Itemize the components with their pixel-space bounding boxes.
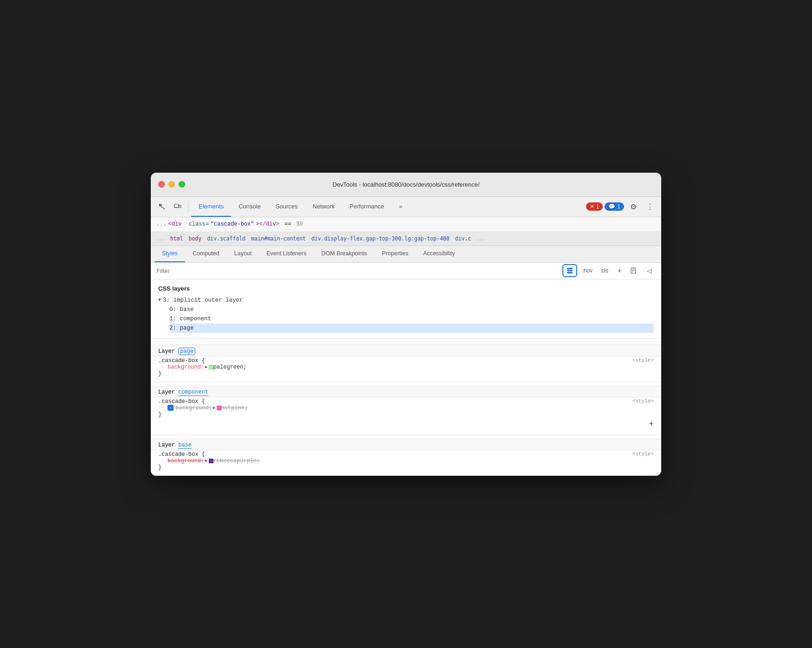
source-link-component[interactable]: <style> bbox=[632, 398, 654, 404]
cls-button[interactable]: .cls bbox=[597, 266, 611, 275]
info-badge[interactable]: 💬 1 bbox=[605, 202, 624, 211]
layer-implicit-outer[interactable]: ▼ 3: implicit outer layer bbox=[158, 296, 654, 305]
window-title: DevTools - localhost:8080/docs/devtools/… bbox=[332, 181, 479, 188]
tab-properties[interactable]: Properties bbox=[374, 246, 416, 262]
arrow-icon: ▶ bbox=[205, 364, 207, 369]
toggle-sidebar-button[interactable]: ◁ bbox=[643, 264, 656, 277]
tab-elements[interactable]: Elements bbox=[191, 196, 231, 217]
layer-component[interactable]: 1: component bbox=[169, 314, 654, 324]
tab-computed[interactable]: Computed bbox=[185, 246, 227, 262]
settings-icon[interactable]: ⚙ bbox=[626, 199, 641, 214]
dom-bc-flex[interactable]: div.display-flex.gap-top-300.lg:gap-top-… bbox=[310, 235, 451, 242]
device-toolbar-icon[interactable] bbox=[170, 199, 185, 214]
tab-event-listeners[interactable]: Event Listeners bbox=[259, 246, 314, 262]
tab-more[interactable]: » bbox=[392, 196, 410, 217]
bc-close-tag: ></div> bbox=[256, 221, 279, 227]
dom-bc-main[interactable]: main#main-content bbox=[250, 235, 307, 242]
hov-button[interactable]: :hov bbox=[579, 266, 595, 275]
color-swatch-hotpink[interactable] bbox=[217, 406, 221, 410]
layer-tree: ▼ 3: implicit outer layer 0: base 1: com… bbox=[151, 296, 661, 337]
bc-dollar-ref: $0 bbox=[296, 221, 303, 227]
panel-tabs: Styles Computed Layout Event Listeners D… bbox=[151, 246, 661, 263]
css-prop-background-component: background: bbox=[175, 405, 212, 411]
section-layer-page: Layer page <style> .cascade-box { backgr… bbox=[151, 341, 661, 382]
maximize-button[interactable] bbox=[179, 181, 185, 188]
tab-styles[interactable]: Styles bbox=[155, 246, 185, 262]
dom-dots: ... bbox=[156, 235, 166, 242]
bc-attr-value: "cascade-box" bbox=[211, 221, 254, 227]
element-breadcrumb: ... <div class="cascade-box" ></div> == … bbox=[151, 217, 661, 232]
tab-dom-breakpoints[interactable]: DOM Breakpoints bbox=[314, 246, 374, 262]
error-icon: ✕ bbox=[590, 203, 594, 210]
add-property-button[interactable]: + bbox=[649, 420, 654, 429]
tab-layout[interactable]: Layout bbox=[227, 246, 259, 262]
layer-base-label-text: Layer bbox=[158, 442, 178, 448]
layer-page-link[interactable]: page bbox=[178, 348, 195, 355]
svg-rect-1 bbox=[179, 205, 181, 207]
layer-component-header: Layer component bbox=[151, 386, 661, 397]
info-icon: 💬 bbox=[608, 203, 615, 210]
filter-bar: :hov .cls + ◁ bbox=[151, 263, 661, 279]
css-value-palegreen: palegreen; bbox=[213, 364, 247, 370]
layer-page[interactable]: 2: page bbox=[169, 324, 654, 333]
css-value-rebeccapurple: rebeccapurple; bbox=[213, 458, 260, 464]
error-count: 1 bbox=[596, 203, 599, 210]
close-button[interactable] bbox=[158, 181, 165, 188]
color-swatch-rebeccapurple[interactable] bbox=[209, 459, 213, 463]
svg-rect-5 bbox=[567, 272, 573, 273]
layer-base[interactable]: 0: base bbox=[169, 305, 654, 314]
css-selector-component: .cascade-box { bbox=[158, 398, 205, 405]
styles-panel: CSS layers ▼ 3: implicit outer layer 0: … bbox=[151, 279, 661, 476]
dom-path: ... html body div.scaffold main#main-con… bbox=[151, 232, 661, 246]
dom-bc-div[interactable]: div.c bbox=[454, 235, 473, 242]
minimize-button[interactable] bbox=[168, 181, 175, 188]
source-link-page[interactable]: <style> bbox=[632, 357, 654, 363]
section-divider bbox=[151, 338, 661, 339]
css-rule-base: <style> .cascade-box { background: ▶ reb… bbox=[151, 450, 661, 472]
main-tabs: Elements Console Sources Network Perform… bbox=[191, 196, 585, 217]
css-prop-background-page: background: bbox=[168, 364, 204, 370]
css-rule-page: <style> .cascade-box { background: ▶ pal… bbox=[151, 356, 661, 378]
dom-bc-html[interactable]: html bbox=[169, 235, 185, 242]
more-options-icon[interactable]: ⋮ bbox=[643, 199, 657, 214]
layer-base-link[interactable]: base bbox=[178, 442, 192, 449]
layers-filter-button[interactable] bbox=[562, 264, 577, 277]
layer-toggle-icon: ▼ bbox=[158, 298, 161, 303]
filter-actions: :hov .cls + ◁ bbox=[562, 264, 656, 277]
inspect-element-icon[interactable] bbox=[155, 199, 169, 214]
error-badge[interactable]: ✕ 1 bbox=[586, 202, 603, 211]
filter-input[interactable] bbox=[156, 267, 559, 274]
source-link-base[interactable]: <style> bbox=[632, 451, 654, 457]
bc-attr-name: class= bbox=[189, 221, 209, 227]
new-rule-button[interactable] bbox=[628, 264, 641, 277]
prop-row-background-base: background: ▶ rebeccapurple; bbox=[168, 458, 260, 464]
dom-bc-body[interactable]: body bbox=[187, 235, 203, 242]
tab-sources[interactable]: Sources bbox=[268, 196, 305, 217]
css-close-brace-page: } bbox=[158, 370, 161, 377]
tab-performance[interactable]: Performance bbox=[342, 196, 391, 217]
arrow-icon-3: ▶ bbox=[205, 458, 207, 463]
titlebar: DevTools - localhost:8080/docs/devtools/… bbox=[151, 173, 661, 197]
devtools-toolbar: Elements Console Sources Network Perform… bbox=[151, 197, 661, 217]
bc-open-tag: <div bbox=[168, 221, 182, 227]
add-style-button[interactable]: + bbox=[613, 264, 626, 277]
layer-component-link[interactable]: component bbox=[178, 389, 208, 396]
info-count: 1 bbox=[617, 203, 620, 210]
layer-component-label-text: Layer bbox=[158, 389, 178, 395]
arrow-icon-2: ▶ bbox=[213, 405, 215, 410]
svg-rect-0 bbox=[174, 204, 179, 207]
tab-console[interactable]: Console bbox=[231, 196, 268, 217]
dom-bc-scaffold[interactable]: div.scaffold bbox=[206, 235, 247, 242]
svg-rect-4 bbox=[567, 270, 573, 272]
css-selector-page: .cascade-box { bbox=[158, 357, 205, 364]
tab-network[interactable]: Network bbox=[305, 196, 342, 217]
svg-rect-3 bbox=[567, 268, 573, 269]
color-swatch-palegreen[interactable] bbox=[209, 365, 213, 369]
layer-base-header: Layer base bbox=[151, 439, 661, 450]
prop-row-background-component: ✓ background: ▶ hotpink; bbox=[168, 405, 248, 411]
checkbox-background-component[interactable]: ✓ bbox=[168, 405, 174, 411]
tab-accessibility[interactable]: Accessibility bbox=[416, 246, 462, 262]
prop-row-background-page: background: ▶ palegreen; bbox=[168, 364, 247, 370]
traffic-lights bbox=[158, 181, 185, 188]
section-layer-component: Layer component <style> .cascade-box { ✓… bbox=[151, 382, 661, 435]
